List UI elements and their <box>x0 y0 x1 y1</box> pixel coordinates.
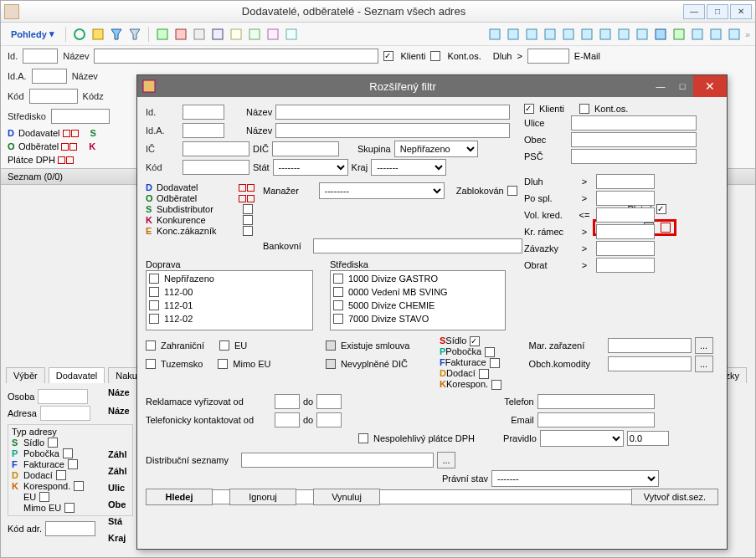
adresa-cell[interactable] <box>40 406 90 421</box>
toolbar-icon-8[interactable] <box>210 27 225 42</box>
dlg-krramec[interactable] <box>596 224 655 239</box>
dlg-obchkom[interactable] <box>608 356 692 371</box>
dlg-dic[interactable] <box>272 141 339 156</box>
dlg-zablokovan[interactable] <box>507 186 517 196</box>
nazev-input[interactable] <box>94 49 378 64</box>
dlg-kod[interactable] <box>183 160 249 175</box>
minimize-button[interactable]: — <box>683 4 705 19</box>
id-input[interactable] <box>23 49 58 64</box>
toolbar-right-1[interactable] <box>487 27 502 42</box>
svg-rect-2 <box>157 29 167 39</box>
dlg-manazer[interactable]: -------- <box>319 182 445 199</box>
toolbar-right-11[interactable] <box>671 27 687 42</box>
dialog-minimize[interactable]: — <box>650 75 671 97</box>
dlg-obec[interactable] <box>571 132 697 147</box>
btn-vytvor[interactable]: Vytvoř dist.sez. <box>631 489 718 505</box>
kontos-check[interactable] <box>430 51 440 61</box>
dlg-tel-do[interactable] <box>316 412 342 427</box>
maximize-button[interactable]: □ <box>707 4 728 19</box>
toolbar-right-5[interactable] <box>561 27 576 42</box>
pohledy-menu[interactable]: Pohledy▾ <box>6 28 59 39</box>
dlg-stat[interactable]: ------- <box>273 159 348 176</box>
btn-ignoruj[interactable]: Ignoruj <box>229 489 296 505</box>
toolbar-icon-3[interactable] <box>109 27 124 42</box>
dlg-rekl-do[interactable] <box>316 394 342 409</box>
toolbar-right-6[interactable] <box>579 27 594 42</box>
ida-input[interactable] <box>32 69 67 84</box>
toolbar-icon-10[interactable] <box>247 27 262 42</box>
dlg-klienti-chk[interactable] <box>524 104 534 114</box>
toolbar-right-9[interactable] <box>635 27 650 42</box>
dlg-kraj[interactable]: ------- <box>371 159 446 176</box>
strediska-list[interactable]: 1000 Divize GASTRO 0000 Vedení MB SVING … <box>330 270 506 330</box>
dlg-psc[interactable] <box>571 149 697 164</box>
dlg-pravidlo[interactable] <box>540 430 624 447</box>
dlg-nazev2[interactable] <box>275 123 510 138</box>
toolbar-icon-9[interactable] <box>229 27 244 42</box>
dlg-ida[interactable] <box>183 123 224 138</box>
dlg-obrat[interactable] <box>596 258 655 273</box>
filter-dialog: Rozšířený filtr — □ ✕ Id. Název Id.A. Ná… <box>136 74 728 550</box>
svg-rect-4 <box>194 29 204 39</box>
dlg-distsez[interactable] <box>241 453 434 468</box>
dlg-nazev[interactable] <box>275 105 510 120</box>
klienti-check[interactable] <box>383 51 393 61</box>
dlg-kontos-chk[interactable] <box>579 104 589 114</box>
toolbar-right-10[interactable] <box>653 27 668 42</box>
obchkom-browse[interactable]: ... <box>695 356 713 372</box>
dlg-pospl[interactable] <box>596 191 655 206</box>
dlg-ulice[interactable] <box>571 115 697 131</box>
svg-rect-8 <box>268 29 278 39</box>
toolbar-icon-11[interactable] <box>265 27 280 42</box>
tab-dodavatel[interactable]: Dodavatel <box>49 367 105 383</box>
tab-vyber[interactable]: Výběr <box>6 367 45 383</box>
close-button[interactable]: ✕ <box>730 4 752 19</box>
dlg-email[interactable] <box>537 412 655 427</box>
btn-hledej[interactable]: Hledej <box>146 489 213 505</box>
dlg-tel-od[interactable] <box>275 412 300 427</box>
kodadr-input[interactable] <box>45 521 95 536</box>
toolbar-icon-7[interactable] <box>192 27 207 42</box>
toolbar-right-3[interactable] <box>524 27 539 42</box>
dialog-close[interactable]: ✕ <box>693 75 727 97</box>
dlg-bankovni[interactable] <box>313 238 522 253</box>
toolbar-right-14[interactable] <box>727 27 742 42</box>
toolbar-right-2[interactable] <box>506 27 521 42</box>
dlg-telefon[interactable] <box>537 394 655 409</box>
toolbar-right-4[interactable] <box>543 27 558 42</box>
toolbar-right-7[interactable] <box>598 27 613 42</box>
dialog-titlebar[interactable]: Rozšířený filtr — □ ✕ <box>137 75 727 97</box>
dlg-marzar[interactable] <box>608 338 692 353</box>
toolbar-right-13[interactable] <box>708 27 723 42</box>
dlg-id[interactable] <box>183 105 224 120</box>
toolbar-icon-6[interactable] <box>173 27 188 42</box>
toolbar-icon-12[interactable] <box>284 27 299 42</box>
dlg-dluh[interactable] <box>596 174 655 189</box>
distsez-browse[interactable]: ... <box>437 452 455 468</box>
funnel-icon[interactable] <box>127 27 142 42</box>
dlg-legend: DDodavatel OOdběratel SSubdistributor KK… <box>146 182 255 253</box>
dlg-skupina[interactable]: Nepřiřazeno <box>394 141 478 157</box>
osoba-cell[interactable] <box>38 389 88 404</box>
dluh-input[interactable] <box>527 49 569 64</box>
dlg-ic[interactable] <box>183 141 249 156</box>
dlg-volkred[interactable] <box>596 207 655 223</box>
dlg-pravidlo-num[interactable] <box>627 431 669 446</box>
toolbar-right-8[interactable] <box>616 27 631 42</box>
toolbar-right-12[interactable] <box>690 27 705 42</box>
marzar-browse[interactable]: ... <box>695 337 713 354</box>
btn-vynuluj[interactable]: Vynuluj <box>313 489 380 505</box>
kod-input[interactable] <box>29 89 78 104</box>
dlg-zavazky[interactable] <box>596 241 655 256</box>
dialog-maximize[interactable]: □ <box>671 75 693 97</box>
doprava-list[interactable]: Nepřiřazeno 112-00 112-01 112-02 <box>146 270 313 330</box>
toolbar-icon-5[interactable] <box>155 27 170 42</box>
svg-rect-6 <box>231 29 241 39</box>
svg-rect-19 <box>656 29 666 39</box>
toolbar-icon-1[interactable] <box>72 27 87 42</box>
stredisko-input[interactable] <box>51 109 110 124</box>
svg-rect-13 <box>545 29 555 39</box>
dlg-pravnistav[interactable]: ------- <box>491 470 659 487</box>
toolbar-icon-2[interactable] <box>90 27 105 42</box>
dlg-rekl-od[interactable] <box>275 394 300 409</box>
